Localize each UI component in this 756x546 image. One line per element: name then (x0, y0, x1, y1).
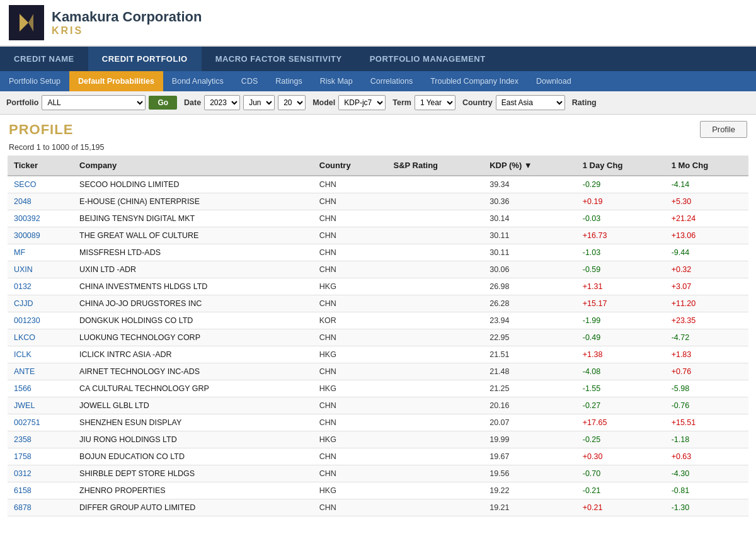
table-row: 1758 BOJUN EDUCATION CO LTD CHN 19.67 +0… (8, 448, 748, 465)
subnav-troubled-company[interactable]: Troubled Company Index (421, 71, 527, 91)
model-select[interactable]: KDP-jc7 (338, 95, 386, 110)
table-row: 6878 DIFFER GROUP AUTO LIMITED CHN 19.21… (8, 499, 748, 516)
cell-ticker[interactable]: ANTE (8, 363, 73, 380)
cell-sp-rating (387, 227, 484, 244)
table-row: 300089 THE GREAT WALL OF CULTURE CHN 30.… (8, 227, 748, 244)
nav-item-macro-factor[interactable]: MACRO FACTOR SENSITIVITY (202, 47, 356, 71)
cell-sp-rating (387, 261, 484, 278)
cell-ticker[interactable]: 002751 (8, 414, 73, 431)
company-name: Kamakura Corporation (52, 9, 202, 25)
profile-button[interactable]: Profile (700, 121, 747, 138)
cell-ticker[interactable]: JWEL (8, 397, 73, 414)
subnav-bond-analytics[interactable]: Bond Analytics (163, 71, 232, 91)
nav-item-portfolio-mgmt[interactable]: PORTFOLIO MANAGEMENT (356, 47, 500, 71)
cell-sp-rating (387, 244, 484, 261)
cell-day-chg: +15.17 (576, 295, 665, 312)
cell-ticker[interactable]: LKCO (8, 329, 73, 346)
cell-ticker[interactable]: 300392 (8, 210, 73, 227)
record-info: Record 1 to 1000 of 15,195 (0, 140, 756, 156)
cell-company: CA CULTURAL TECHNOLOGY GRP (73, 380, 313, 397)
subnav-risk-map[interactable]: Risk Map (311, 71, 362, 91)
table-row: LKCO LUOKUNG TECHNOLOGY CORP CHN 22.95 -… (8, 329, 748, 346)
table-row: ANTE AIRNET TECHNOLOGY INC-ADS CHN 21.48… (8, 363, 748, 380)
portfolio-select[interactable]: ALL (42, 95, 146, 110)
term-select[interactable]: 1 Year (415, 95, 455, 110)
cell-ticker[interactable]: 1566 (8, 380, 73, 397)
table-row: 0312 SHIRBLE DEPT STORE HLDGS CHN 19.56 … (8, 465, 748, 482)
table-row: 2048 E-HOUSE (CHINA) ENTERPRISE CHN 30.3… (8, 193, 748, 210)
cell-mo-chg: +5.30 (665, 193, 748, 210)
cell-ticker[interactable]: 0132 (8, 278, 73, 295)
subnav-cds[interactable]: CDS (232, 71, 266, 91)
cell-ticker[interactable]: MF (8, 244, 73, 261)
subnav-ratings[interactable]: Ratings (266, 71, 311, 91)
cell-ticker[interactable]: CJJD (8, 295, 73, 312)
table-row: ICLK ICLICK INTRC ASIA -ADR HKG 21.51 +1… (8, 346, 748, 363)
cell-mo-chg: +15.51 (665, 414, 748, 431)
col-mo-chg[interactable]: 1 Mo Chg (665, 156, 748, 176)
cell-mo-chg: -1.30 (665, 499, 748, 516)
col-ticker[interactable]: Ticker (8, 156, 73, 176)
cell-kdp: 26.98 (483, 278, 576, 295)
cell-company: UXIN LTD -ADR (73, 261, 313, 278)
main-nav: CREDIT NAME CREDIT PORTFOLIO MACRO FACTO… (0, 47, 756, 71)
cell-ticker[interactable]: 0312 (8, 465, 73, 482)
cell-kdp: 21.25 (483, 380, 576, 397)
country-select[interactable]: East Asia (496, 95, 565, 110)
cell-country: CHN (313, 176, 387, 193)
cell-kdp: 19.56 (483, 465, 576, 482)
day-select[interactable]: 20 (278, 95, 306, 110)
cell-sp-rating (387, 312, 484, 329)
cell-ticker[interactable]: 2358 (8, 431, 73, 448)
cell-sp-rating (387, 329, 484, 346)
rating-label: Rating (572, 98, 597, 107)
go-button[interactable]: Go (149, 96, 177, 110)
cell-kdp: 19.21 (483, 499, 576, 516)
col-kdp[interactable]: KDP (%) ▼ (483, 156, 576, 176)
subnav-correlations[interactable]: Correlations (362, 71, 421, 91)
col-company[interactable]: Company (73, 156, 313, 176)
cell-country: CHN (313, 499, 387, 516)
cell-kdp: 30.36 (483, 193, 576, 210)
cell-ticker[interactable]: 300089 (8, 227, 73, 244)
logo-text: Kamakura Corporation KRIS (52, 9, 202, 37)
nav-item-credit-portfolio[interactable]: CREDIT PORTFOLIO (88, 47, 202, 71)
cell-mo-chg: +23.35 (665, 312, 748, 329)
cell-company: BOJUN EDUCATION CO LTD (73, 448, 313, 465)
cell-ticker[interactable]: 1758 (8, 448, 73, 465)
logo-k-box (9, 5, 44, 40)
cell-mo-chg: +11.20 (665, 295, 748, 312)
cell-day-chg: +1.31 (576, 278, 665, 295)
cell-ticker[interactable]: 6158 (8, 482, 73, 499)
cell-mo-chg: +0.32 (665, 261, 748, 278)
cell-ticker[interactable]: 001230 (8, 312, 73, 329)
cell-mo-chg: +3.07 (665, 278, 748, 295)
col-sp-rating[interactable]: S&P Rating (387, 156, 484, 176)
subnav-portfolio-setup[interactable]: Portfolio Setup (0, 71, 69, 91)
cell-ticker[interactable]: ICLK (8, 346, 73, 363)
table-row: 300392 BEIJING TENSYN DIGITAL MKT CHN 30… (8, 210, 748, 227)
cell-company: CHINA INVESTMENTS HLDGS LTD (73, 278, 313, 295)
cell-sp-rating (387, 465, 484, 482)
year-select[interactable]: 2023 (204, 95, 240, 110)
cell-company: AIRNET TECHNOLOGY INC-ADS (73, 363, 313, 380)
table-row: CJJD CHINA JO-JO DRUGSTORES INC CHN 26.2… (8, 295, 748, 312)
col-country[interactable]: Country (313, 156, 387, 176)
cell-day-chg: -4.08 (576, 363, 665, 380)
subnav-download[interactable]: Download (527, 71, 580, 91)
subnav-default-prob[interactable]: Default Probabilities (69, 71, 163, 91)
cell-day-chg: +0.30 (576, 448, 665, 465)
cell-ticker[interactable]: 2048 (8, 193, 73, 210)
cell-company: SECOO HOLDING LIMITED (73, 176, 313, 193)
cell-country: CHN (313, 329, 387, 346)
col-day-chg[interactable]: 1 Day Chg (576, 156, 665, 176)
table-header-row: Ticker Company Country S&P Rating KDP (%… (8, 156, 748, 176)
cell-day-chg: -0.27 (576, 397, 665, 414)
cell-ticker[interactable]: 6878 (8, 499, 73, 516)
kris-label: KRIS (52, 25, 202, 37)
cell-ticker[interactable]: UXIN (8, 261, 73, 278)
profile-section: PROFILE Profile (0, 115, 756, 140)
month-select[interactable]: Jun (243, 95, 275, 110)
cell-ticker[interactable]: SECO (8, 176, 73, 193)
nav-item-credit-name[interactable]: CREDIT NAME (0, 47, 88, 71)
